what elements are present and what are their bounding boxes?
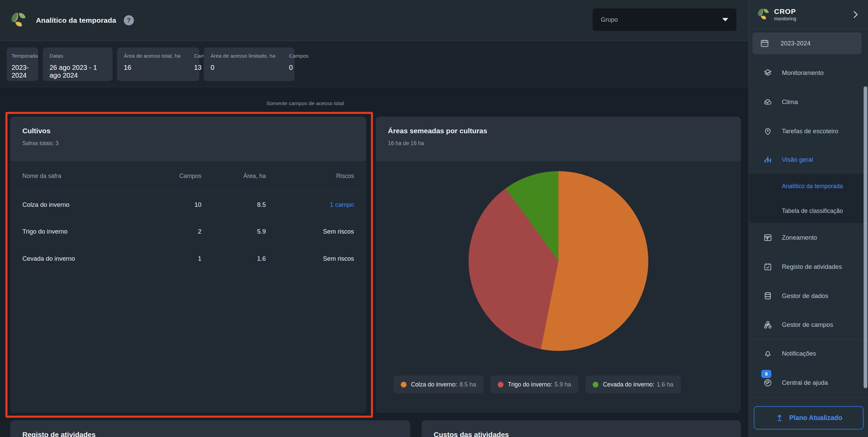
- crops-panel-subtitle: Safras totais: 3: [22, 140, 354, 146]
- sidebar-item-notificacoes[interactable]: Notificações: [749, 339, 868, 368]
- limited-access-area-card: Área de acesso limitado, ha 0 Campos 0: [204, 47, 295, 81]
- chevron-down-icon: [722, 18, 728, 21]
- sidebar-brand: CROP monitoring: [749, 0, 868, 29]
- visao-geral-submenu: Analítico da temporada Tabela de classif…: [749, 174, 868, 223]
- table-row[interactable]: Colza do inverno 10 8.5 1 campo: [10, 192, 366, 218]
- map-pin-icon: [763, 127, 772, 136]
- sown-areas-panel: Áreas semeadas por culturas 16 ha de 16 …: [376, 117, 741, 413]
- sidebar-item-clima[interactable]: Clima: [749, 87, 868, 117]
- crop-name: Colza do inverno: [22, 201, 151, 208]
- crop-monitoring-logo-icon: [756, 7, 770, 22]
- upload-icon: [775, 414, 784, 422]
- sidebar-item-visao-geral[interactable]: Visão geral: [749, 146, 868, 174]
- sidebar-item-label: Registo de atividades: [782, 263, 842, 271]
- upgrade-plan-label: Plano Atualizado: [789, 414, 842, 422]
- summary-cards-band: Temporada 2023-2024 Datas 26 ago 2023 - …: [0, 41, 749, 87]
- crop-risk-link[interactable]: 1 campo: [266, 201, 354, 208]
- sidebar-subitem-analitico-da-temporada[interactable]: Analítico da temporada: [749, 174, 868, 198]
- brand-tagline: monitoring: [774, 16, 796, 21]
- vertical-scrollbar[interactable]: [864, 86, 867, 388]
- sidebar-item-registo-de-atividades[interactable]: Registo de atividades: [749, 252, 868, 281]
- sidebar-item-gestor-de-dados[interactable]: Gestor de dados: [749, 281, 868, 311]
- chevron-down-icon: [763, 321, 859, 329]
- table-row[interactable]: Trigo do inverno 2 5.9 Sem riscos: [10, 218, 366, 245]
- app-root: Analítico da temporada ? Grupo Temporada…: [0, 0, 868, 437]
- crop-area: 5.9: [201, 228, 266, 235]
- sidebar-item-label: Gestor de dados: [782, 292, 828, 300]
- chevron-down-icon: [763, 234, 859, 242]
- legend-item: Trigo do inverno: 5.9 ha: [490, 376, 578, 393]
- chevron-down-icon: [763, 69, 859, 77]
- pie-legend: Colza do inverno: 8.5 ha Trigo do invern…: [393, 376, 681, 393]
- sidebar-item-label: Tarefas de escoteiro: [782, 127, 839, 135]
- crop-risk: Sem riscos: [266, 255, 354, 262]
- group-dropdown-value: Grupo: [601, 16, 618, 23]
- crop-area: 1.6: [201, 255, 266, 262]
- filter-note: Somente campos de acesso total: [217, 100, 393, 106]
- sown-areas-subtitle: 16 ha de 16 ha: [388, 140, 729, 146]
- brand-name: CROP: [774, 7, 796, 16]
- stat-value: 0: [289, 64, 309, 72]
- season-selector[interactable]: 2023-2024: [752, 33, 862, 54]
- season-label: 2023-2024: [781, 40, 810, 47]
- table-row[interactable]: Cevada do inverno 1 1.6 Sem riscos: [10, 245, 366, 272]
- help-count-badge: 9: [761, 370, 771, 378]
- crops-table-header: Nome da safra Campos Área, ha Riscos: [10, 161, 366, 192]
- chevron-up-icon: [763, 156, 859, 164]
- legend-value: 8.5 ha: [459, 381, 476, 388]
- crop-risk: Sem riscos: [266, 228, 354, 235]
- calendar-icon: [760, 39, 769, 48]
- season-card: Temporada 2023-2024: [7, 47, 38, 81]
- legend-item: Colza do inverno: 8.5 ha: [393, 376, 484, 393]
- legend-label: Colza do inverno:: [411, 381, 457, 388]
- upgrade-plan-button[interactable]: Plano Atualizado: [754, 406, 864, 430]
- total-access-area-card: Área de acesso total, ha 16 Campos 13: [117, 47, 199, 81]
- sidebar-subitem-label: Analítico da temporada: [782, 182, 843, 190]
- stat-value: 16: [124, 64, 180, 72]
- stat-label: Área de acesso limitado, ha: [211, 53, 275, 59]
- legend-item: Cevada do inverno: 1.6 ha: [585, 376, 680, 393]
- sidebar-item-monitoramento[interactable]: Monitoramento: [749, 58, 868, 87]
- calendar-check-icon: [763, 262, 772, 272]
- sidebar: CROP monitoring 2023-2024 Monitoramento: [749, 0, 868, 437]
- col-header-fields: Campos: [151, 173, 201, 180]
- sown-areas-panel-header: Áreas semeadas por culturas 16 ha de 16 …: [376, 117, 741, 161]
- crop-name: Cevada do inverno: [22, 255, 151, 262]
- dates-card: Datas 26 ago 2023 - 1 ago 2024: [43, 47, 113, 81]
- divider: [749, 397, 868, 398]
- stat-label: Datas: [50, 53, 106, 59]
- stat-value: 26 ago 2023 - 1 ago 2024: [50, 64, 106, 79]
- legend-label: Cevada do inverno:: [603, 381, 654, 388]
- sidebar-item-central-de-ajuda[interactable]: 9 Central de ajuda: [749, 368, 868, 397]
- stat-label: Temporada: [12, 53, 38, 59]
- stat-label: Área de acesso total, ha: [124, 53, 180, 59]
- crops-panel-title: Cultivos: [22, 127, 354, 135]
- activity-log-panel: Registo de atividades: [10, 420, 410, 437]
- sidebar-item-label: Notificações: [782, 350, 816, 357]
- chevron-down-icon: [763, 379, 859, 387]
- legend-value: 5.9 ha: [555, 381, 571, 388]
- help-icon[interactable]: ?: [124, 15, 134, 25]
- crop-name: Trigo do inverno: [22, 228, 151, 235]
- crop-area: 8.5: [201, 201, 266, 208]
- col-header-risks: Riscos: [266, 173, 354, 180]
- legend-label: Trigo do inverno:: [508, 381, 552, 388]
- sidebar-item-gestor-de-campos[interactable]: Gestor de campos: [749, 311, 868, 339]
- sidebar-item-tarefas-de-escoteiro[interactable]: Tarefas de escoteiro: [749, 117, 868, 146]
- col-header-name: Nome da safra: [22, 173, 151, 180]
- chevron-down-icon: [763, 98, 859, 106]
- legend-color-dot: [593, 382, 598, 388]
- sidebar-subitem-tabela-de-classificacao[interactable]: Tabela de classificação: [749, 198, 868, 223]
- crop-fields-count: 10: [151, 201, 201, 208]
- sown-areas-title: Áreas semeadas por culturas: [388, 127, 729, 135]
- crop-fields-count: 1: [151, 255, 201, 262]
- stat-label: Campos: [289, 53, 309, 59]
- activity-costs-panel: Custos das atividades: [421, 420, 741, 437]
- collapse-sidebar-icon[interactable]: [850, 9, 861, 20]
- activity-costs-title: Custos das atividades: [434, 431, 729, 437]
- sidebar-subitem-label: Tabela de classificação: [782, 207, 843, 214]
- stat-value: 2023-2024: [12, 64, 38, 79]
- sidebar-item-zoneamento[interactable]: Zoneamento: [749, 223, 868, 252]
- col-header-area: Área, ha: [201, 173, 266, 180]
- group-dropdown[interactable]: Grupo: [593, 8, 736, 31]
